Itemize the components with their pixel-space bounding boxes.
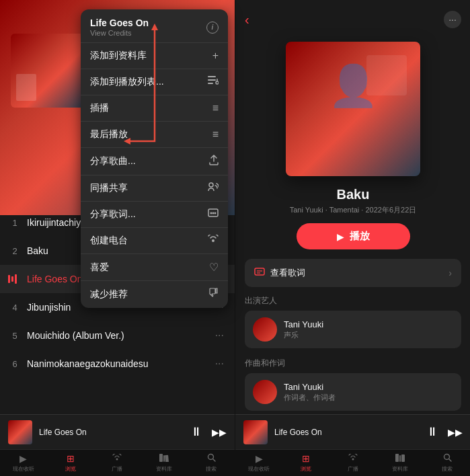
svg-rect-1 [208,79,216,81]
section-composer: 作曲和作词 Tani Yuuki 作词者、作词者 [235,358,470,416]
left-nav-listen[interactable]: ▶ 现在收听 [0,453,47,473]
left-nav-radio[interactable]: 广播 [94,453,141,473]
play-button-label: 播放 [350,230,370,243]
song-item-5[interactable]: 5 Mouichido (Album Ver.) ··· [0,321,235,350]
right-panel: ‹ ··· Baku Tani Yuuki · Tamentai · 2022年… [235,0,470,476]
right-next-button[interactable]: ▶▶ [448,427,463,438]
right-search-label: 搜索 [442,465,453,473]
svg-rect-23 [395,454,399,462]
pause-button[interactable]: ⏸ [190,425,202,439]
artist-role-2: 作词者、作词者 [284,393,336,403]
more-options-button[interactable]: ··· [444,11,461,28]
play-icon: ▶ [337,231,344,242]
left-nav-search[interactable]: 搜索 [188,453,235,473]
menu-item-add-playlist[interactable]: 添加到播放列表... [81,69,228,95]
play-last-icon: ≡ [212,128,219,141]
song-number-4: 4 [8,303,22,313]
svg-point-13 [116,459,118,461]
artist-info-2: Tani Yuuki 作词者、作词者 [284,382,336,403]
svg-point-10 [212,239,214,242]
library-label: 资料库 [156,465,172,473]
insert-icon: ≡ [212,102,219,114]
svg-rect-0 [208,76,216,77]
song-title-5: Mouichido (Album Ver.) [27,330,212,341]
menu-item-share-lyrics[interactable]: 分享歌词... [81,202,228,228]
right-browse-icon: ⊞ [302,453,310,464]
left-player-info: Life Goes On [39,428,190,437]
right-pause-button[interactable]: ⏸ [426,425,438,439]
right-song-meta: Tani Yuuki · Tamentai · 2022年6月22日 [235,205,470,215]
menu-item-shareplay[interactable]: 同播共享 [81,175,228,202]
search-icon [207,453,216,464]
song-more-6[interactable]: ··· [212,355,227,372]
context-menu: Life Goes On View Credits i 添加到资料库 + 添加到… [81,9,228,308]
menu-item-less-recommend[interactable]: 减少推荐 [81,281,228,308]
left-nav-browse[interactable]: ⊞ 浏览 [47,453,94,473]
section-label-performers: 出演艺人 [235,295,470,307]
song-more-5[interactable]: ··· [212,327,227,344]
svg-point-3 [216,81,219,84]
right-play-button[interactable]: ▶ 播放 [297,223,410,249]
svg-point-22 [352,459,354,461]
right-nav-library[interactable]: 资料库 [377,453,424,473]
radio-icon [208,235,219,247]
menu-item-love[interactable]: 喜爱 ♡ [81,254,228,281]
artist-name-2: Tani Yuuki [284,382,336,392]
right-listen-icon: ▶ [256,453,263,464]
chevron-right-icon: › [448,268,452,278]
dropdown-title-group: Life Goes On View Credits [90,17,149,37]
right-player-info: Life Goes On [274,428,426,437]
menu-item-create-station[interactable]: 创建电台 [81,228,228,254]
menu-label-add-playlist: 添加到播放列表... [90,76,164,88]
svg-rect-25 [401,454,405,462]
song-item-6[interactable]: 6 Nanimokanaegazokunaidesu ··· [0,350,235,378]
song-number-5: 5 [8,331,22,341]
browse-label: 浏览 [65,465,76,473]
right-nav-listen[interactable]: ▶ 现在收听 [235,453,282,473]
next-button[interactable]: ▶▶ [212,427,227,438]
menu-item-play-last[interactable]: 最后播放 ≡ [81,122,228,148]
back-button[interactable]: ‹ [245,12,249,28]
left-nav-library[interactable]: 资料库 [141,453,188,473]
right-bottom-nav: ▶ 现在收听 ⊞ 浏览 广播 [235,449,470,476]
radio-nav-label: 广播 [112,465,122,473]
album-art-large [286,42,420,176]
right-library-label: 资料库 [392,465,408,473]
right-nav-browse[interactable]: ⊞ 浏览 [282,453,329,473]
menu-label-share-lyrics: 分享歌词... [90,208,136,221]
song-number-6: 6 [8,359,22,369]
artist-card-2[interactable]: Tani Yuuki 作词者、作词者 [245,373,461,411]
bar-2 [11,276,13,282]
dropdown-header: Life Goes On View Credits i [81,9,228,43]
left-player-controls: ⏸ ▶▶ [190,425,227,439]
menu-label-less-recommend: 减少推荐 [90,288,128,301]
right-top-bar: ‹ ··· [235,11,470,35]
dropdown-view-credits[interactable]: View Credits [90,29,149,37]
radio-nav-icon [112,453,122,464]
bar-1 [8,275,10,283]
info-icon[interactable]: i [206,22,219,34]
right-player-thumb [243,420,268,444]
lyrics-row[interactable]: 查看歌词 › [245,259,461,287]
svg-point-7 [210,212,212,214]
right-nav-search[interactable]: 搜索 [424,453,470,473]
menu-label-play-last: 最后播放 [90,128,128,141]
right-listen-label: 现在收听 [248,465,270,473]
artist-avatar-1 [253,317,277,342]
heart-icon: ♡ [209,261,219,274]
shareplay-icon [208,182,219,194]
left-content: Life Goes On View Credits i 添加到资料库 + 添加到… [0,0,235,476]
artist-card-1[interactable]: Tani Yuuki 声乐 [245,311,461,348]
song-title-6: Nanimokanaegazokunaidesu [27,358,212,369]
svg-rect-14 [159,454,163,462]
menu-item-share-song[interactable]: 分享歌曲... [81,148,228,175]
menu-item-insert-play[interactable]: 插播 ≡ [81,95,228,122]
lyrics-label: 查看歌词 [270,267,448,279]
song-number-1: 1 [8,218,22,228]
right-browse-label: 浏览 [301,465,311,473]
right-nav-radio[interactable]: 广播 [329,453,377,473]
menu-label-shareplay: 同播共享 [90,182,128,194]
menu-item-add-library[interactable]: 添加到资料库 + [81,43,228,69]
right-bottom-player: Life Goes On ⏸ ▶▶ [235,414,470,449]
bar-3 [15,274,17,284]
